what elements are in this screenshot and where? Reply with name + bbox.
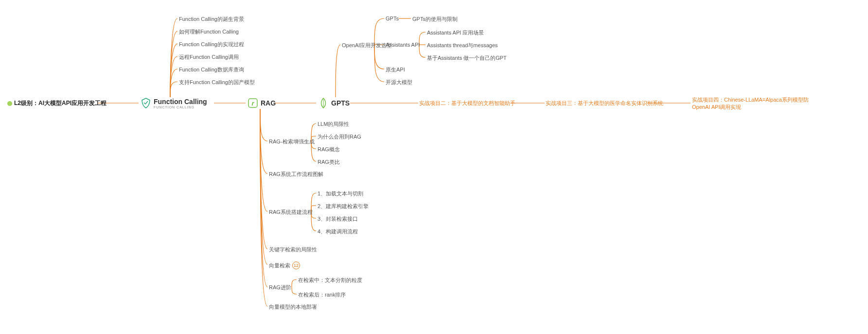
rag-sg-1[interactable]: 为什么会用到RAG	[318, 133, 361, 141]
open-model[interactable]: 开源大模型	[386, 79, 412, 86]
fc-child-2[interactable]: Function Calling的实现过程	[179, 41, 244, 48]
rag-sg-0[interactable]: LLM的局限性	[318, 121, 349, 128]
rag-build-3[interactable]: 4、构建调用流程	[318, 228, 358, 235]
assist-0[interactable]: Assistants API 应用场景	[427, 29, 484, 36]
box-r-icon: r	[247, 97, 259, 109]
rag-adv-0[interactable]: 在检索中：文本分割的粒度	[298, 277, 362, 284]
function-calling-subtitle: FUNCTION CALLING	[154, 105, 207, 109]
rag-workflow[interactable]: RAG系统工作流程图解	[269, 171, 323, 178]
rag-advanced[interactable]: RAG进阶	[269, 284, 291, 291]
root-label: L2级别：AI大模型API应用开发工程	[14, 99, 106, 107]
assistants-api[interactable]: Assistants API	[386, 42, 420, 48]
fc-child-0[interactable]: Function Calling的诞生背景	[179, 16, 244, 23]
gpts-sub[interactable]: GPTs	[386, 16, 399, 21]
rag-build-1[interactable]: 2、建库构建检索引擎	[318, 203, 369, 210]
fc-child-1[interactable]: 如何理解Function Calling	[179, 28, 239, 35]
leaf-icon	[318, 97, 329, 109]
fc-child-4[interactable]: Function Calling数据库查询	[179, 66, 244, 73]
rag-search-gen[interactable]: RAG-检索增强生成	[269, 138, 315, 145]
rag-sg-2[interactable]: RAG概念	[318, 146, 340, 153]
project-4[interactable]: 实战项目四：Chinese-LLaMA=Alpaca系列模型防 OpenAI A…	[692, 96, 809, 111]
root-node[interactable]: L2级别：AI大模型API应用开发工程	[7, 99, 106, 107]
assist-2[interactable]: 基于Assistants 做一个自己的GPT	[427, 54, 507, 62]
rag-build-0[interactable]: 1、加载文本与切割	[318, 190, 363, 197]
rag-build-2[interactable]: 3、封装检索接口	[318, 215, 358, 223]
project-2[interactable]: 实战项目二：基于大模型的文档智能助手	[419, 100, 515, 107]
root-dot-icon	[7, 101, 12, 106]
gpts-title: GPTS	[331, 99, 350, 107]
assist-1[interactable]: Assistants thread与messages	[427, 42, 498, 49]
project-3[interactable]: 实战项目三：基于大模型的医学命名实体识别系统	[546, 100, 663, 107]
function-calling-title: Function Calling	[154, 98, 207, 105]
rag-local-deploy[interactable]: 向量模型的本地部署	[269, 303, 317, 311]
rag-adv-1[interactable]: 在检索后：rank排序	[298, 291, 346, 299]
rag-keyword-limit[interactable]: 关键字检索的局限性	[269, 246, 317, 253]
rag-build[interactable]: RAG系统搭建流程	[269, 209, 313, 216]
fc-child-5[interactable]: 支持Function Calling的国产模型	[179, 79, 255, 86]
fc-child-3[interactable]: 远程Function Calling调用	[179, 53, 239, 61]
gpts-node[interactable]: GPTS	[318, 97, 350, 109]
rag-vector-search[interactable]: 向量检索 12	[269, 262, 300, 269]
native-api[interactable]: 原生API	[386, 66, 405, 73]
count-badge: 12	[292, 262, 300, 269]
rag-sg-3[interactable]: RAG类比	[318, 158, 340, 166]
function-calling-node[interactable]: Function Calling FUNCTION CALLING	[140, 97, 207, 109]
shield-icon	[140, 97, 152, 109]
gpts-usage[interactable]: GPTs的使用与限制	[412, 16, 458, 23]
mindmap-connectors	[0, 0, 868, 334]
rag-node[interactable]: r RAG	[247, 97, 276, 109]
rag-title: RAG	[261, 99, 276, 107]
svg-text:r: r	[251, 100, 254, 107]
openai-select[interactable]: OpenAI应用开发选型	[342, 42, 392, 49]
